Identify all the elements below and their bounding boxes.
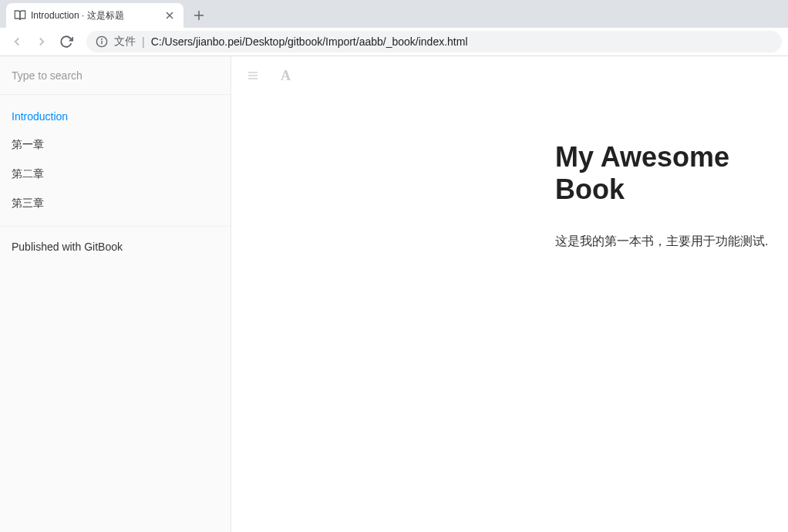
reload-button[interactable]: [56, 31, 77, 52]
address-url: C:/Users/jianbo.pei/Desktop/gitbook/Impo…: [151, 35, 468, 48]
content-area: A My Awesome Book 这是我的第一本书，主要用于功能测试.: [231, 56, 788, 532]
book-icon: [14, 9, 26, 22]
sidebar-item-introduction[interactable]: Introduction: [0, 103, 231, 130]
sidebar-item-chapter-3[interactable]: 第三章: [0, 189, 231, 218]
info-icon: [96, 35, 108, 48]
sidebar-item-chapter-2[interactable]: 第二章: [0, 160, 231, 189]
browser-chrome: Introduction · 这是标题: [0, 0, 788, 56]
published-with-gitbook[interactable]: Published with GitBook: [0, 227, 231, 267]
forward-button[interactable]: [31, 31, 52, 52]
page: Introduction 第一章 第二章 第三章 Published with …: [0, 56, 788, 532]
browser-tab[interactable]: Introduction · 这是标题: [6, 3, 184, 28]
sidebar-item-label: Introduction: [12, 110, 68, 123]
address-label: 文件: [114, 35, 136, 49]
address-separator: |: [142, 35, 145, 48]
search-input[interactable]: [12, 69, 219, 82]
back-button[interactable]: [6, 31, 28, 52]
address-bar[interactable]: 文件 | C:/Users/jianbo.pei/Desktop/gitbook…: [86, 31, 782, 52]
address-row: 文件 | C:/Users/jianbo.pei/Desktop/gitbook…: [0, 28, 788, 56]
page-intro-text: 这是我的第一本书，主要用于功能测试.: [555, 231, 788, 251]
svg-point-6: [102, 39, 103, 39]
content-toolbar: A: [231, 56, 788, 95]
menu-icon[interactable]: [247, 69, 259, 82]
font-icon[interactable]: A: [281, 68, 291, 84]
tab-title: Introduction · 这是标题: [31, 9, 159, 22]
search-box: [0, 56, 231, 95]
sidebar: Introduction 第一章 第二章 第三章 Published with …: [0, 56, 231, 532]
sidebar-item-chapter-1[interactable]: 第一章: [0, 130, 231, 160]
publish-label: Published with GitBook: [12, 241, 123, 253]
sidebar-item-label: 第三章: [12, 197, 44, 209]
page-title: My Awesome Book: [555, 141, 788, 206]
sidebar-item-label: 第一章: [12, 138, 44, 150]
sidebar-item-label: 第二章: [12, 167, 44, 180]
nav-list: Introduction 第一章 第二章 第三章: [0, 95, 231, 227]
close-icon[interactable]: [163, 9, 176, 22]
content-body: My Awesome Book 这是我的第一本书，主要用于功能测试.: [231, 95, 788, 282]
tab-bar: Introduction · 这是标题: [0, 0, 788, 28]
new-tab-button[interactable]: [188, 5, 210, 26]
